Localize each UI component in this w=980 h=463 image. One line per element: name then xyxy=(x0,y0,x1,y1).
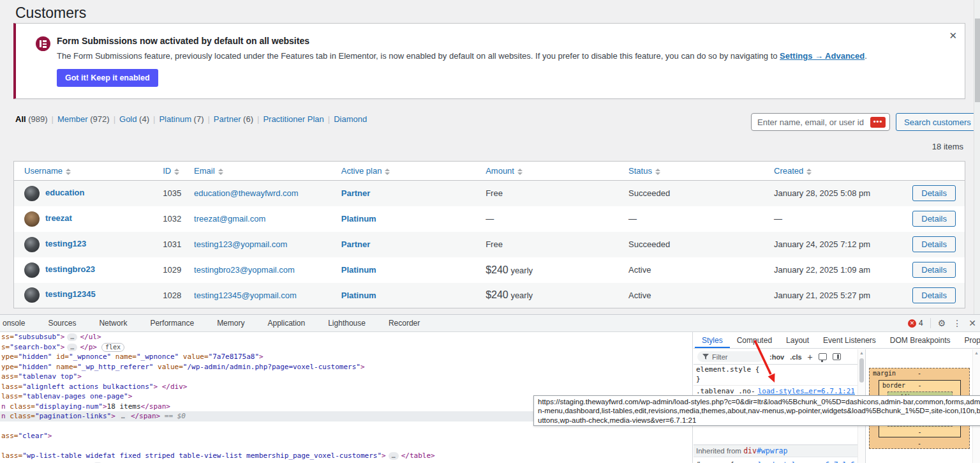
details-button[interactable]: Details xyxy=(912,236,956,252)
column-header-created[interactable]: Created xyxy=(768,162,906,181)
devtools-tab-lighthouse[interactable]: Lighthouse xyxy=(328,319,380,328)
scrollbar-thumb[interactable] xyxy=(975,19,980,102)
error-badge[interactable]: ✕4 xyxy=(908,319,923,328)
devtools-tab-memory[interactable]: Memory xyxy=(217,319,258,328)
devtools-tab-performance[interactable]: Performance xyxy=(150,319,208,328)
username-link[interactable]: testingbro23 xyxy=(45,264,95,274)
element-style-close[interactable]: } xyxy=(694,374,858,384)
devtools-tab-application[interactable]: Application xyxy=(267,319,319,328)
styles-subtab-properties[interactable]: Properties xyxy=(958,332,980,348)
plan-link[interactable]: Partner xyxy=(341,239,371,249)
search-customers-button[interactable]: Search customers xyxy=(896,113,979,131)
pseudo-state-toggle[interactable]: :hov xyxy=(769,353,784,361)
expand-ellipsis-icon[interactable]: … xyxy=(67,333,77,341)
page-scrollbar[interactable] xyxy=(974,0,980,314)
filter-gold[interactable]: Gold (4) xyxy=(119,114,149,124)
tablenav-rule: .tablenav .no- load-styles…er=6.7.1:21 xyxy=(694,385,858,395)
page-title: Customers xyxy=(15,4,86,22)
details-button[interactable]: Details xyxy=(912,185,956,201)
plan-link[interactable]: Partner xyxy=(341,188,371,198)
filter-practitioner-plan[interactable]: Practitioner Plan xyxy=(263,114,323,124)
scroll-up-icon[interactable]: ▲ xyxy=(858,351,865,355)
email-link[interactable]: education@thewayfwrd.com xyxy=(194,188,299,198)
status-cell: — xyxy=(622,206,768,232)
username-link[interactable]: education xyxy=(45,188,84,197)
gear-icon[interactable]: ⚙ xyxy=(938,319,946,328)
devtools-tab-network[interactable]: Network xyxy=(99,319,141,328)
border-bottom-value[interactable]: - xyxy=(879,429,960,436)
margin-top-value[interactable]: - xyxy=(870,370,969,377)
column-header-email[interactable]: Email xyxy=(188,162,335,181)
filter-all[interactable]: All (989) xyxy=(15,114,48,124)
elements-code-line[interactable]: lass="alignleft actions bulkactions"> </… xyxy=(0,382,692,392)
devtools-tab-onsole[interactable]: onsole xyxy=(3,319,39,328)
column-header-username[interactable]: Username xyxy=(14,162,157,181)
elements-code-line[interactable]: ss="subsubsub">…</ul> xyxy=(0,332,692,342)
styles-subtab-styles[interactable]: Styles xyxy=(695,332,730,348)
filter-member[interactable]: Member (972) xyxy=(57,114,110,124)
filter-platinum[interactable]: Platinum (7) xyxy=(159,114,204,124)
plan-link[interactable]: Platinum xyxy=(341,265,376,275)
email-link[interactable]: testingbro23@yopmail.com xyxy=(194,265,295,275)
column-header-id[interactable]: ID xyxy=(156,162,188,181)
stylesheet-link[interactable]: load-styles…er=6.7.1:21 xyxy=(758,386,855,395)
settings-advanced-link[interactable]: Settings → Advanced xyxy=(780,51,865,61)
flex-badge[interactable]: flex xyxy=(101,343,124,352)
search-input[interactable] xyxy=(751,113,890,131)
email-link[interactable]: treezat@gmail.com xyxy=(194,214,265,224)
inherited-node-id[interactable]: #wpwrap xyxy=(757,446,787,455)
elements-code-line[interactable]: ass="clear"> xyxy=(0,431,692,441)
column-header-status[interactable]: Status xyxy=(622,162,768,181)
styles-subtab-computed[interactable]: Computed xyxy=(730,332,779,348)
filter-diamond[interactable]: Diamond xyxy=(334,114,367,124)
elements-code-line[interactable]: lass="wp-list-table widefat fixed stripe… xyxy=(0,451,692,461)
scroll-up-icon[interactable]: ▲ xyxy=(973,351,980,355)
elements-code-line[interactable]: ass="tablenav top"> xyxy=(0,372,692,382)
element-style-rule[interactable]: element.style { xyxy=(694,365,858,374)
close-icon[interactable]: ✕ xyxy=(969,319,976,328)
column-header-amount[interactable]: Amount xyxy=(479,162,622,181)
devtools-tab-sources[interactable]: Sources xyxy=(48,319,90,328)
username-link[interactable]: testing123 xyxy=(45,239,86,248)
details-button[interactable]: Details xyxy=(912,287,956,303)
stylesheet-link[interactable]: load-styles…ver=6.7.1:6 xyxy=(758,460,855,463)
css-selector[interactable]: #wpwrap { xyxy=(696,460,734,463)
elements-code-line[interactable]: ss="tablenav bottom">…</div> xyxy=(0,461,692,463)
inherited-node-tag[interactable]: div xyxy=(743,446,757,455)
plan-link[interactable]: Platinum xyxy=(341,291,376,300)
expand-ellipsis-icon[interactable]: … xyxy=(389,452,399,460)
rendering-emulation-icon[interactable] xyxy=(819,353,827,360)
got-it-button[interactable]: Got it! Keep it enabled xyxy=(57,69,158,87)
computed-sidebar-toggle-icon[interactable] xyxy=(833,353,841,360)
border-top-value[interactable]: - xyxy=(879,382,960,389)
email-link[interactable]: testing12345@yopmail.com xyxy=(194,291,297,300)
plan-link[interactable]: Platinum xyxy=(341,214,376,224)
elements-code-line[interactable]: ype="hidden" name="_wp_http_referer" val… xyxy=(0,362,692,372)
close-icon[interactable]: ✕ xyxy=(949,30,957,42)
filter-separator: | xyxy=(328,114,330,124)
styles-subtab-dom-breakpoints[interactable]: DOM Breakpoints xyxy=(883,332,958,348)
css-selector[interactable]: .tablenav .no- xyxy=(696,386,755,395)
expand-ellipsis-icon[interactable]: … xyxy=(67,344,77,351)
elements-code-line[interactable]: s="search-box">…</p>flex xyxy=(0,342,692,353)
styles-subtab-layout[interactable]: Layout xyxy=(779,332,816,348)
class-toggle[interactable]: .cls xyxy=(790,353,801,361)
password-extension-icon[interactable]: ••• xyxy=(870,117,886,128)
email-link[interactable]: testing123@yopmail.com xyxy=(194,239,287,249)
details-button[interactable]: Details xyxy=(912,211,956,227)
new-style-rule-icon[interactable]: + xyxy=(808,352,813,362)
username-link[interactable]: treezat xyxy=(45,213,72,223)
styles-filter-input[interactable]: Filter xyxy=(697,351,764,362)
expand-ellipsis-icon[interactable]: … xyxy=(118,413,128,420)
styles-subtab-event-listeners[interactable]: Event Listeners xyxy=(816,332,883,348)
filter-partner[interactable]: Partner (6) xyxy=(214,114,253,124)
elements-code-line[interactable]: ype="hidden" id="_wpnonce" name="_wpnonc… xyxy=(0,352,692,362)
kebab-menu-icon[interactable]: ⋮ xyxy=(953,319,961,328)
elements-code-line[interactable] xyxy=(0,441,692,452)
username-link[interactable]: testing12345 xyxy=(45,290,96,300)
details-button[interactable]: Details xyxy=(912,262,956,278)
scrollbar-thumb[interactable] xyxy=(859,358,864,383)
column-header-active-plan[interactable]: Active plan xyxy=(335,162,479,181)
margin-bottom-value[interactable]: - xyxy=(870,440,969,447)
devtools-tab-recorder[interactable]: Recorder xyxy=(389,319,434,328)
